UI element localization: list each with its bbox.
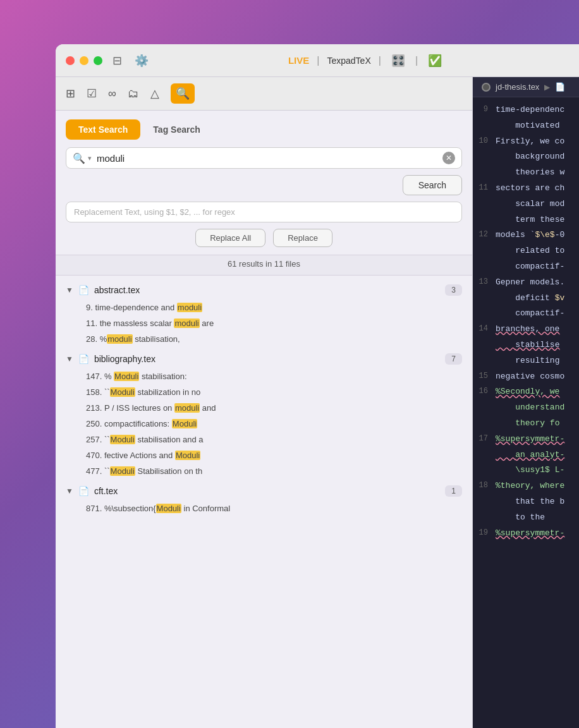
line-code: \susy1$ L- [496, 464, 564, 477]
search-dropdown-icon[interactable]: ▾ [88, 154, 92, 162]
file-header-bibliography[interactable]: ▼ 📄 bibliography.tex 7 [56, 349, 472, 368]
filename-cft: cft.tex [94, 486, 440, 496]
list-item[interactable]: 9. time-dependence and moduli [56, 300, 472, 315]
line-number [473, 449, 496, 462]
line-code: compactif- [496, 260, 564, 274]
line-number [473, 401, 496, 415]
line-number [473, 339, 496, 352]
search-active-icon[interactable]: 🔍 [171, 83, 195, 104]
replace-buttons-row: Replace All Replace [66, 229, 462, 247]
results-list: ▼ 📄 abstract.tex 3 9. time-dependence an… [56, 276, 472, 728]
line-code: compactif- [496, 307, 564, 320]
list-item[interactable]: 158. ``Moduli stabilization in no [56, 384, 472, 400]
line-code: stabilise [496, 339, 559, 352]
replacement-placeholder: Replacement Text, using $1, $2, ... for … [74, 207, 235, 217]
right-panel: jd-thesis.tex ▶ 📄 9 time-dependenc motiv… [473, 77, 579, 728]
line-code: models `$\e$-0 [496, 229, 564, 242]
editor-filename: jd-thesis.tex [496, 82, 539, 92]
list-item[interactable]: 213. P / ISS lectures on moduli and [56, 400, 472, 416]
code-line: theories w [473, 165, 579, 181]
search-icon-wrap: 🔍 ▾ [73, 152, 92, 164]
code-line: related to [473, 243, 579, 259]
sliders-icon[interactable]: 🎛️ [389, 51, 408, 70]
code-line: 19 %supersymmetr- [473, 526, 579, 542]
search-input-row: 🔍 ▾ ✕ [66, 147, 462, 169]
line-number [473, 150, 496, 164]
line-number: 18 [473, 480, 496, 493]
tex-file-icon: 📄 [78, 354, 89, 364]
line-number [473, 355, 496, 368]
left-panel: ⊞ ☑ ∞ 🗂 △ 🔍 Text Search Tag Search 🔍 ▾ [56, 77, 473, 728]
line-number: 11 [473, 182, 496, 195]
app-title: TexpadTeX [327, 56, 370, 66]
list-item[interactable]: 871. %\subsection{Moduli in Conformal [56, 500, 472, 516]
code-line: an analyt- [473, 447, 579, 463]
line-code: deficit $v [496, 292, 564, 305]
editor-content[interactable]: 9 time-dependenc motivated 10 Firstly, w… [473, 97, 579, 728]
line-code: motivated [496, 119, 559, 133]
chevron-down-icon: ▼ [66, 355, 73, 363]
code-line: compactif- [473, 259, 579, 275]
line-code: %supersymmetr- [496, 433, 564, 446]
line-number [473, 417, 496, 430]
gear-icon[interactable]: ⚙️ [132, 51, 151, 70]
list-item[interactable]: 11. the massless scalar moduli are [56, 315, 472, 331]
line-number [473, 307, 496, 320]
results-count: 61 results in 11 files [56, 255, 472, 276]
line-number: 19 [473, 527, 496, 540]
line-code: term these [496, 214, 564, 227]
file-count-bibliography: 7 [445, 353, 462, 365]
list-item[interactable]: 147. % Moduli stabilisation: [56, 368, 472, 384]
check-circle-icon[interactable]: ✅ [425, 51, 444, 70]
sidebar-toggle-icon[interactable]: ⊟ [110, 51, 125, 70]
code-line: 10 Firstly, we co [473, 134, 579, 150]
replace-button[interactable]: Replace [273, 229, 332, 247]
code-line: to the [473, 510, 579, 526]
line-number: 14 [473, 323, 496, 336]
chevron-down-icon: ▼ [66, 487, 73, 495]
line-number [473, 292, 496, 305]
replacement-input[interactable]: Replacement Text, using $1, $2, ... for … [66, 202, 462, 222]
clear-search-button[interactable]: ✕ [442, 152, 455, 164]
close-button[interactable] [66, 56, 75, 65]
list-item[interactable]: 250. compactifications: Moduli [56, 416, 472, 432]
checkbox-icon[interactable]: ☑ [87, 87, 97, 100]
warning-icon[interactable]: △ [150, 87, 159, 100]
line-number: 15 [473, 370, 496, 384]
code-line: compactif- [473, 306, 579, 322]
infinity-icon[interactable]: ∞ [108, 87, 116, 100]
line-number [473, 119, 496, 133]
code-line: 17 %supersymmetr- [473, 432, 579, 447]
list-item[interactable]: 28. %moduli stabilisation, [56, 331, 472, 347]
search-input[interactable] [97, 153, 437, 164]
line-code: sectors are ch [496, 182, 564, 195]
folder-icon[interactable]: 🗂 [128, 87, 139, 100]
line-number [473, 166, 496, 179]
replace-all-button[interactable]: Replace All [195, 229, 265, 247]
search-area: 🔍 ▾ ✕ Search Replacement Text, using $1,… [56, 140, 472, 255]
list-item[interactable]: 470. fective Actions and Moduli [56, 447, 472, 463]
tag-search-tab[interactable]: Tag Search [140, 119, 212, 140]
line-code: Firstly, we co [496, 135, 564, 149]
list-item[interactable]: 477. ``Moduli Stabilisation on th [56, 463, 472, 479]
minimize-button[interactable] [80, 56, 88, 65]
line-code: branches, one [496, 323, 559, 336]
file-count-abstract: 3 [445, 284, 462, 296]
code-line: 9 time-dependenc [473, 102, 579, 118]
magnifier-icon: 🔍 [73, 152, 85, 164]
maximize-button[interactable] [94, 56, 102, 65]
list-item[interactable]: 257. ``Moduli stabilisation and a [56, 432, 472, 447]
layout-icon[interactable]: ⊞ [66, 87, 75, 100]
file-header-abstract[interactable]: ▼ 📄 abstract.tex 3 [56, 281, 472, 300]
text-search-tab[interactable]: Text Search [66, 119, 140, 140]
line-number: 10 [473, 135, 496, 149]
line-number [473, 214, 496, 227]
line-number [473, 245, 496, 258]
code-line: stabilise [473, 337, 579, 353]
file-group-bibliography: ▼ 📄 bibliography.tex 7 147. % Moduli sta… [56, 349, 472, 479]
file-count-cft: 1 [445, 485, 462, 497]
line-code: related to [496, 245, 564, 258]
line-code: %theory, where [496, 480, 564, 493]
file-header-cft[interactable]: ▼ 📄 cft.tex 1 [56, 482, 472, 500]
search-button[interactable]: Search [403, 175, 462, 195]
